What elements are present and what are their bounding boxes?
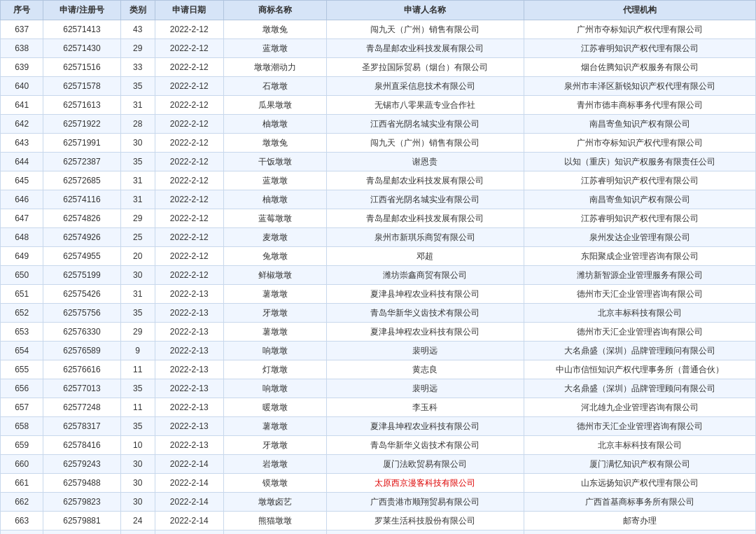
cell-agency: 大名鼎盛（深圳）品牌管理顾问有限公司	[524, 379, 755, 398]
cell-agency: 德州市天汇企业管理咨询有限公司	[524, 285, 755, 304]
cell-cls: 24	[120, 512, 155, 531]
cell-date: 2022-2-12	[155, 209, 223, 228]
table-body: 63762571413432022-2-12墩墩兔闯九天（广州）销售有限公司广州…	[1, 20, 756, 535]
cell-cls: 31	[120, 190, 155, 209]
cell-reg: 62575756	[43, 304, 120, 323]
cell-applicant: 李玉科	[326, 398, 524, 417]
cell-seq: 656	[1, 379, 43, 398]
cell-agency: 大名鼎盛（深圳）品牌管理顾问有限公司	[524, 342, 755, 360]
cell-name: 牙墩墩	[223, 436, 326, 455]
cell-applicant: 夏津县坤程农业科技有限公司	[326, 323, 524, 342]
table-row: 64362571991302022-2-12墩墩兔闯九天（广州）销售有限公司广州…	[1, 134, 756, 153]
cell-cls: 9	[120, 342, 155, 360]
cell-seq: 655	[1, 360, 43, 379]
cell-seq: 651	[1, 285, 43, 304]
cell-cls: 28	[120, 115, 155, 134]
cell-name: 墩墩潮动力	[223, 58, 326, 77]
table-row: 64862574926252022-2-12麦墩墩泉州市新琪乐商贸有限公司泉州发…	[1, 228, 756, 247]
cell-date: 2022-2-12	[155, 39, 223, 58]
cell-name: 墩墩兔	[223, 134, 326, 153]
cell-cls: 29	[120, 323, 155, 342]
cell-agency: 安徽君威知识产权服务有限公司	[524, 531, 755, 535]
cell-cls: 20	[120, 247, 155, 266]
cell-agency: 广州市夺标知识产权代理有限公司	[524, 20, 755, 39]
cell-name: 熊猫墩墩	[223, 512, 326, 531]
cell-seq: 654	[1, 342, 43, 360]
cell-seq: 657	[1, 398, 43, 417]
cell-seq: 640	[1, 77, 43, 96]
cell-seq: 638	[1, 39, 43, 58]
cell-name: 薯墩墩	[223, 417, 326, 436]
table-row: 64962574955202022-2-12兔墩墩邓超东阳聚成企业管理咨询有限公…	[1, 247, 756, 266]
cell-name: 暖墩墩	[223, 398, 326, 417]
cell-reg: 62576589	[43, 342, 120, 360]
header-row: 序号 申请/注册号 类别 申请日期 商标名称 申请人名称 代理机构	[1, 1, 756, 20]
cell-applicant: 裴明远	[326, 379, 524, 398]
cell-reg: 62572685	[43, 171, 120, 190]
cell-cls: 35	[120, 379, 155, 398]
table-row: 66362579881242022-2-14熊猫墩墩罗莱生活科技股份有限公司邮寄…	[1, 512, 756, 531]
cell-date: 2022-2-13	[155, 417, 223, 436]
table-row: 66062579243302022-2-14岩墩墩厦门法欧贸易有限公司厦门满忆知…	[1, 455, 756, 474]
cell-reg: 62574116	[43, 190, 120, 209]
cell-reg: 62579488	[43, 474, 120, 493]
cell-agency: 江苏睿明知识产权代理有限公司	[524, 171, 755, 190]
cell-agency: 江苏睿明知识产权代理有限公司	[524, 209, 755, 228]
header-cls: 类别	[120, 1, 155, 20]
cell-seq: 644	[1, 153, 43, 171]
cell-applicant: 黄志良	[326, 360, 524, 379]
cell-applicant: 青岛华新华义齿技术有限公司	[326, 436, 524, 455]
cell-seq: 650	[1, 266, 43, 285]
cell-applicant: 青岛星邮农业科技发展有限公司	[326, 209, 524, 228]
cell-date: 2022-2-12	[155, 20, 223, 39]
cell-seq: 645	[1, 171, 43, 190]
cell-agency: 泉州发达企业管理有限公司	[524, 228, 755, 247]
cell-applicant[interactable]: 上海山海茶点餐饮管理有限公司	[326, 531, 524, 535]
cell-seq: 663	[1, 512, 43, 531]
cell-applicant: 无锡市八零果蔬专业合作社	[326, 96, 524, 115]
cell-name: 灯墩墩	[223, 360, 326, 379]
cell-applicant: 泉州市新琪乐商贸有限公司	[326, 228, 524, 247]
cell-agency: 邮寄办理	[524, 512, 755, 531]
header-date: 申请日期	[155, 1, 223, 20]
cell-seq: 637	[1, 20, 43, 39]
cell-date: 2022-2-12	[155, 134, 223, 153]
cell-date: 2022-2-14	[155, 493, 223, 512]
table-row: 65662577013352022-2-13响墩墩裴明远大名鼎盛（深圳）品牌管理…	[1, 379, 756, 398]
cell-applicant: 闯九天（广州）销售有限公司	[326, 20, 524, 39]
cell-reg: 62580021	[43, 531, 120, 535]
cell-name: 柚墩墩	[223, 115, 326, 134]
cell-agency: 北京丰标科技有限公司	[524, 304, 755, 323]
cell-reg: 62578317	[43, 417, 120, 436]
cell-date: 2022-2-12	[155, 171, 223, 190]
cell-reg: 62578416	[43, 436, 120, 455]
cell-seq: 641	[1, 96, 43, 115]
cell-agency: 中山市信恒知识产权代理事务所（普通合伙）	[524, 360, 755, 379]
cell-seq: 662	[1, 493, 43, 512]
cell-name: 蓝墩墩	[223, 39, 326, 58]
cell-applicant: 青岛星邮农业科技发展有限公司	[326, 171, 524, 190]
cell-seq: 642	[1, 115, 43, 134]
cell-applicant: 谢恩贵	[326, 153, 524, 171]
table-row: 64062571578352022-2-12石墩墩泉州直采信息技术有限公司泉州市…	[1, 77, 756, 96]
cell-reg: 62571413	[43, 20, 120, 39]
table-row: 65362576330292022-2-13薯墩墩夏津县坤程农业科技有限公司德州…	[1, 323, 756, 342]
cell-date: 2022-2-13	[155, 342, 223, 360]
cell-seq: 652	[1, 304, 43, 323]
table-row: 66162579488302022-2-14镆墩墩太原西京漫客科技有限公司山东远…	[1, 474, 756, 493]
cell-date: 2022-2-13	[155, 398, 223, 417]
cell-agency: 山东远扬知识产权代理有限公司	[524, 474, 755, 493]
cell-name: 鲜椒墩墩	[223, 266, 326, 285]
cell-date: 2022-2-13	[155, 304, 223, 323]
table-row: 65162575426312022-2-13薯墩墩夏津县坤程农业科技有限公司德州…	[1, 285, 756, 304]
cell-applicant: 青岛星邮农业科技发展有限公司	[326, 39, 524, 58]
cell-cls: 30	[120, 493, 155, 512]
table-row: 63762571413432022-2-12墩墩兔闯九天（广州）销售有限公司广州…	[1, 20, 756, 39]
cell-reg: 62571578	[43, 77, 120, 96]
cell-agency: 北京丰标科技有限公司	[524, 436, 755, 455]
cell-applicant: 广西贵港市顺翔贸易有限公司	[326, 493, 524, 512]
cell-applicant: 闯九天（广州）销售有限公司	[326, 134, 524, 153]
table-row: 65062575199302022-2-12鲜椒墩墩潍坊崇鑫商贸有限公司潍坊新智…	[1, 266, 756, 285]
cell-applicant: 厦门法欧贸易有限公司	[326, 455, 524, 474]
cell-cls: 35	[120, 77, 155, 96]
